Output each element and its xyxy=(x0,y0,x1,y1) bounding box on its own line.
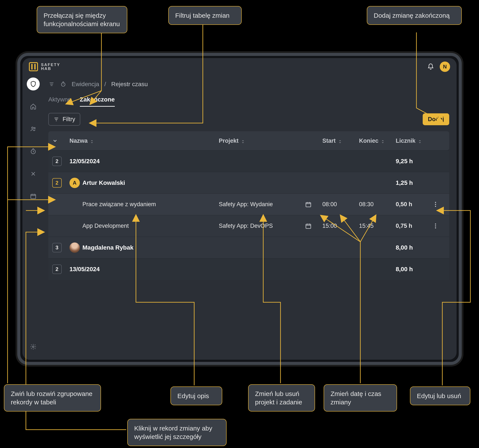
filter-icon xyxy=(53,117,59,122)
sidebar-item-calendar[interactable] xyxy=(27,190,40,203)
main-content: Ewidencja / Rejestr czasu Aktywne Zakońc… xyxy=(44,75,457,360)
entry-start[interactable]: 15:00 xyxy=(322,223,359,229)
callout-edit-delete: Edytuj lub usuń xyxy=(410,387,470,405)
sidebar-item-tools[interactable] xyxy=(27,167,40,180)
callout-change-date: Zmień datę i czas zmiany xyxy=(324,384,397,412)
group-date: 13/05/2024 xyxy=(69,266,219,273)
sidebar-item-logo[interactable] xyxy=(27,77,40,90)
callout-collapse: Zwiń lub rozwiń zgrupowane rekordy w tab… xyxy=(4,384,101,412)
entry-start[interactable]: 08:00 xyxy=(322,201,359,208)
app-screen: SAFETY HAB N xyxy=(22,58,457,360)
user-count-badge: 3 xyxy=(52,243,62,252)
sidebar-item-settings[interactable] xyxy=(27,340,40,353)
group-count-badge: 2 xyxy=(52,265,62,274)
breadcrumb-root[interactable]: Ewidencja xyxy=(72,81,99,88)
menu-icon xyxy=(49,81,54,87)
svg-rect-6 xyxy=(306,203,311,207)
entry-counter: 0,75 h xyxy=(396,223,432,229)
sidebar-item-home[interactable] xyxy=(27,100,40,113)
svg-point-0 xyxy=(32,127,33,129)
user-name: Artur Kowalski xyxy=(82,179,232,186)
col-start[interactable]: Start xyxy=(322,137,359,144)
tab-aktywne[interactable]: Aktywne xyxy=(48,96,71,107)
callout-switch-tabs: Przełączaj się między funkcjonalnościami… xyxy=(37,6,127,33)
svg-rect-7 xyxy=(306,224,311,228)
entry-row[interactable]: App Development Safety App: DevOPS 15:00… xyxy=(48,215,449,237)
chevron-down-icon xyxy=(52,138,58,143)
gear-icon xyxy=(30,344,36,350)
entry-project[interactable]: Safety App: DevOPS xyxy=(219,223,305,229)
entry-project[interactable]: Safety App: Wydanie xyxy=(219,201,305,208)
notifications-button[interactable] xyxy=(427,63,435,71)
bell-icon xyxy=(427,63,434,70)
breadcrumb-sep: / xyxy=(104,81,106,88)
brand-text: SAFETY HAB xyxy=(41,63,60,71)
tools-icon xyxy=(30,170,36,177)
user-row[interactable]: 2 A Artur Kowalski 1,25 h xyxy=(48,172,449,193)
group-date: 12/05/2024 xyxy=(69,158,219,165)
sort-icon xyxy=(241,139,245,143)
entry-end[interactable]: 15:45 xyxy=(359,223,396,229)
user-avatar-initial: A xyxy=(69,178,80,188)
user-row[interactable]: 3 Magdalena Rybak 8,00 h xyxy=(48,237,449,258)
col-name[interactable]: Nazwa xyxy=(69,137,219,144)
filters-label: Filtry xyxy=(63,116,75,123)
breadcrumb: Ewidencja / Rejestr czasu xyxy=(48,77,449,91)
col-end[interactable]: Koniec xyxy=(359,137,396,144)
sort-icon xyxy=(90,139,94,143)
timer-icon xyxy=(30,148,36,155)
group-row[interactable]: 2 13/05/2024 8,00 h xyxy=(48,258,449,280)
entry-end[interactable]: 08:30 xyxy=(359,201,396,208)
calendar-small-icon xyxy=(305,201,312,208)
app-bar: SAFETY HAB N xyxy=(22,58,457,75)
sort-icon xyxy=(338,139,342,143)
filters-button[interactable]: Filtry xyxy=(48,113,80,126)
svg-point-1 xyxy=(34,127,35,129)
callout-click-record: Kliknij w rekord zmiany aby wyświetlić j… xyxy=(127,419,226,446)
callout-edit-desc: Edytuj opis xyxy=(170,387,222,405)
user-name: Magdalena Rybak xyxy=(82,244,232,251)
brand-line2: HAB xyxy=(41,67,60,71)
menu-button[interactable] xyxy=(48,81,55,88)
group-counter: 8,00 h xyxy=(396,266,432,273)
app-logo: SAFETY HAB xyxy=(29,62,60,71)
svg-point-4 xyxy=(32,346,34,348)
tablet-device: SAFETY HAB N xyxy=(17,53,462,365)
tabs: Aktywne Zakończone xyxy=(48,96,449,107)
group-counter: 9,25 h xyxy=(396,158,432,165)
group-count-badge: 2 xyxy=(52,156,62,166)
home-icon xyxy=(30,103,36,110)
sidebar-item-timer[interactable] xyxy=(27,145,40,158)
tab-zakonczone[interactable]: Zakończone xyxy=(80,96,115,107)
entry-description[interactable]: Prace związane z wydaniem xyxy=(69,201,219,208)
table-toolbar: Filtry Dodaj xyxy=(48,113,449,126)
entry-date-button[interactable] xyxy=(305,201,312,208)
entry-date-button[interactable] xyxy=(305,223,312,229)
user-avatar-photo xyxy=(69,243,80,253)
entry-actions-button[interactable] xyxy=(432,223,439,229)
sidebar-item-team[interactable] xyxy=(27,122,40,135)
callout-filter: Filtruj tabelę zmian xyxy=(168,6,242,25)
module-icon xyxy=(60,81,67,88)
entry-counter: 0,50 h xyxy=(396,201,432,208)
logo-mark-icon xyxy=(29,62,38,71)
svg-rect-3 xyxy=(31,194,36,199)
entry-actions-button[interactable] xyxy=(432,201,439,208)
entry-description[interactable]: App Development xyxy=(69,223,219,229)
breadcrumb-current: Rejestr czasu xyxy=(111,81,148,88)
calendar-small-icon xyxy=(305,223,312,229)
callout-add: Dodaj zmianę zakończoną xyxy=(367,6,462,25)
user-avatar[interactable]: N xyxy=(440,61,450,72)
expand-all-toggle[interactable] xyxy=(52,138,58,143)
add-button[interactable]: Dodaj xyxy=(423,113,449,125)
calendar-icon xyxy=(30,193,36,199)
brand-line1: SAFETY xyxy=(41,63,60,67)
callout-change-project: Zmień lub usuń projekt i zadanie xyxy=(248,384,315,412)
entry-row[interactable]: Prace związane z wydaniem Safety App: Wy… xyxy=(48,193,449,215)
col-counter[interactable]: Licznik xyxy=(396,137,432,144)
group-row[interactable]: 2 12/05/2024 9,25 h xyxy=(48,150,449,172)
col-project[interactable]: Projekt xyxy=(219,137,305,144)
user-count-badge: 2 xyxy=(52,178,62,188)
table-header: Nazwa Projekt Start Koniec Licznik xyxy=(48,131,449,150)
user-counter: 1,25 h xyxy=(396,179,432,186)
